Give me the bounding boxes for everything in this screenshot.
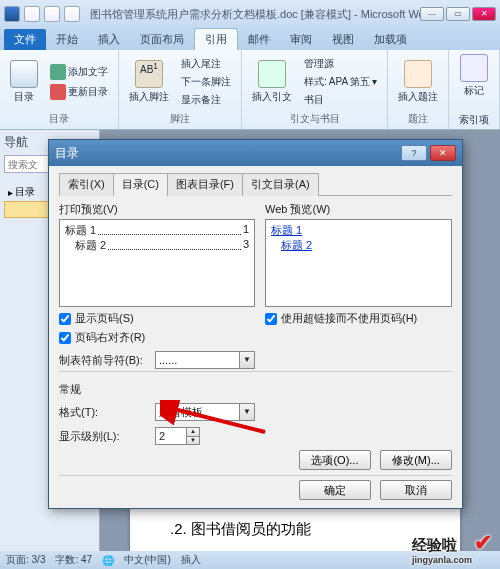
- save-icon[interactable]: [24, 6, 40, 22]
- toc-dialog: 目录 ? ✕ 索引(X) 目录(C) 图表目录(F) 引文目录(A) 打印预览(…: [48, 139, 463, 509]
- dtab-authorities[interactable]: 引文目录(A): [242, 173, 319, 196]
- minimize-button[interactable]: —: [420, 7, 444, 21]
- redo-icon[interactable]: [64, 6, 80, 22]
- tab-addins[interactable]: 加载项: [364, 29, 417, 50]
- group-citations: 插入引文 管理源 样式: APA 第五 ▾ 书目 引文与书目: [242, 50, 388, 129]
- ribbon: 目录 添加文字 更新目录 目录 AB1 插入脚注 插入尾注 下一条脚注 显示备注…: [0, 50, 500, 130]
- add-text-icon: [50, 64, 66, 80]
- dialog-title: 目录: [55, 145, 398, 162]
- general-label: 常规: [59, 382, 452, 397]
- toc-button-label: 目录: [14, 90, 34, 104]
- status-words[interactable]: 字数: 47: [55, 553, 92, 567]
- show-notes-button[interactable]: 显示备注: [177, 91, 225, 109]
- group-captions-label: 题注: [394, 111, 442, 127]
- quick-access-toolbar: [4, 6, 80, 22]
- print-preview-label: 打印预览(V): [59, 202, 255, 217]
- dtab-figures[interactable]: 图表目录(F): [167, 173, 243, 196]
- caption-icon: [404, 60, 432, 88]
- spin-down-icon[interactable]: ▼: [187, 437, 199, 445]
- dtab-index[interactable]: 索引(X): [59, 173, 114, 196]
- insert-citation-button[interactable]: 插入引文: [248, 58, 296, 106]
- footnote-icon: AB1: [135, 60, 163, 88]
- check-icon: ✔: [474, 530, 492, 556]
- web-preview-box[interactable]: 标题 1 标题 2: [265, 219, 452, 307]
- group-toc-label: 目录: [6, 111, 112, 127]
- next-footnote-button[interactable]: 下一条脚注: [177, 73, 235, 91]
- show-pages-checkbox[interactable]: 显示页码(S): [59, 311, 255, 326]
- tab-file[interactable]: 文件: [4, 29, 46, 50]
- index-icon: [460, 54, 488, 82]
- word-icon: [4, 6, 20, 22]
- web-preview-label: Web 预览(W): [265, 202, 452, 217]
- group-captions: 插入题注 题注: [388, 50, 449, 129]
- status-insert[interactable]: 插入: [181, 553, 201, 567]
- watermark-brand: 经验啦: [412, 536, 457, 553]
- close-button[interactable]: ✕: [472, 7, 496, 21]
- tab-review[interactable]: 审阅: [280, 29, 322, 50]
- ribbon-tabs: 文件 开始 插入 页面布局 引用 邮件 审阅 视图 加载项: [0, 28, 500, 50]
- mark-entry-button[interactable]: 标记 索引项: [455, 52, 493, 129]
- dialog-close-button[interactable]: ✕: [430, 145, 456, 161]
- undo-icon[interactable]: [44, 6, 60, 22]
- right-align-checkbox[interactable]: 页码右对齐(R): [59, 330, 255, 345]
- insert-footnote-button[interactable]: AB1 插入脚注: [125, 58, 173, 106]
- tab-view[interactable]: 视图: [322, 29, 364, 50]
- ok-button[interactable]: 确定: [299, 480, 371, 500]
- tab-layout[interactable]: 页面布局: [130, 29, 194, 50]
- format-label: 格式(T):: [59, 405, 149, 420]
- web-link[interactable]: 标题 2: [271, 238, 446, 253]
- toc-icon: [10, 60, 38, 88]
- toc-button[interactable]: 目录: [6, 58, 42, 106]
- tab-insert[interactable]: 插入: [88, 29, 130, 50]
- chevron-down-icon: ▼: [239, 404, 254, 420]
- add-text-button[interactable]: 添加文字: [46, 62, 112, 82]
- tab-mailings[interactable]: 邮件: [238, 29, 280, 50]
- use-hyperlinks-checkbox[interactable]: 使用超链接而不使用页码(H): [265, 311, 452, 326]
- insert-caption-button[interactable]: 插入题注: [394, 58, 442, 106]
- options-button[interactable]: 选项(O)...: [299, 450, 371, 470]
- insert-endnote-button[interactable]: 插入尾注: [177, 55, 225, 73]
- group-index: 标记 索引项 索引: [449, 50, 500, 129]
- format-combo[interactable]: 来自模板▼: [155, 403, 255, 421]
- manage-sources-button[interactable]: 管理源: [300, 55, 338, 73]
- window-title: 图书馆管理系统用户需求分析文档模板.doc [兼容模式] - Microsoft…: [90, 7, 420, 22]
- dtab-toc[interactable]: 目录(C): [113, 173, 168, 196]
- group-toc: 目录 添加文字 更新目录 目录: [0, 50, 119, 129]
- status-lang-icon: 🌐: [102, 555, 114, 566]
- status-page[interactable]: 页面: 3/3: [6, 553, 45, 567]
- spin-up-icon[interactable]: ▲: [187, 428, 199, 437]
- cancel-button[interactable]: 取消: [380, 480, 452, 500]
- title-bar: 图书馆管理系统用户需求分析文档模板.doc [兼容模式] - Microsoft…: [0, 0, 500, 28]
- levels-spinner[interactable]: 2 ▲▼: [155, 427, 200, 445]
- chevron-down-icon: ▼: [239, 352, 254, 368]
- citation-icon: [258, 60, 286, 88]
- maximize-button[interactable]: ▭: [446, 7, 470, 21]
- style-selector[interactable]: 样式: APA 第五 ▾: [300, 73, 381, 91]
- dialog-title-bar[interactable]: 目录 ? ✕: [49, 140, 462, 166]
- update-toc-button[interactable]: 更新目录: [46, 82, 112, 102]
- print-preview-box[interactable]: 标题 11 标题 23: [59, 219, 255, 307]
- update-icon: [50, 84, 66, 100]
- group-footnotes-label: 脚注: [125, 111, 235, 127]
- status-lang[interactable]: 中文(中国): [124, 553, 171, 567]
- web-link[interactable]: 标题 1: [271, 223, 446, 238]
- watermark: 经验啦 jingyanla.com ✔: [412, 530, 492, 565]
- tab-home[interactable]: 开始: [46, 29, 88, 50]
- tab-leader-label: 制表符前导符(B):: [59, 353, 149, 368]
- tab-leader-combo[interactable]: ......▼: [155, 351, 255, 369]
- dialog-tabs: 索引(X) 目录(C) 图表目录(F) 引文目录(A): [59, 172, 452, 196]
- document-text: .2. 图书借阅员的功能: [170, 520, 420, 539]
- watermark-url: jingyanla.com: [412, 555, 472, 565]
- modify-button[interactable]: 修改(M)...: [380, 450, 452, 470]
- tab-references[interactable]: 引用: [194, 28, 238, 50]
- group-citations-label: 引文与书目: [248, 111, 381, 127]
- dialog-help-button[interactable]: ?: [401, 145, 427, 161]
- group-footnotes: AB1 插入脚注 插入尾注 下一条脚注 显示备注 脚注: [119, 50, 242, 129]
- bibliography-button[interactable]: 书目: [300, 91, 328, 109]
- levels-label: 显示级别(L):: [59, 429, 149, 444]
